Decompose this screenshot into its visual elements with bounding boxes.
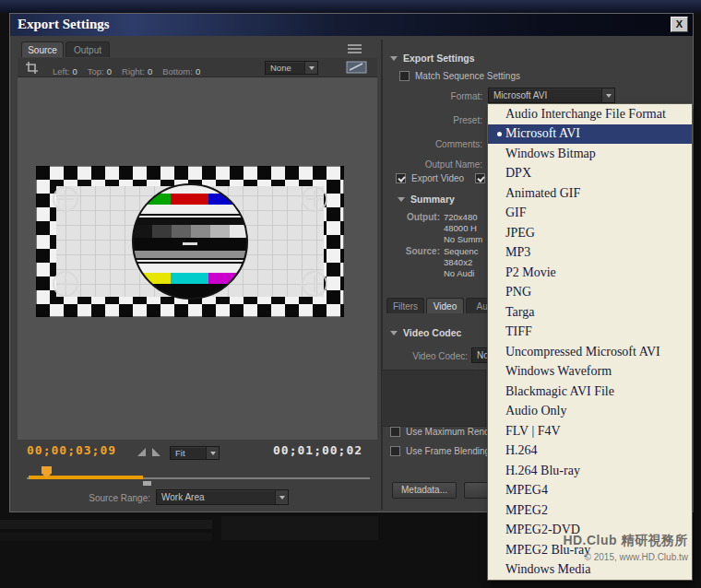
use-frame-blending-row[interactable]: Use Frame Blending (390, 446, 490, 456)
app-top-strip (0, 0, 701, 13)
format-option-label: Audio Interchange File Format (505, 107, 666, 122)
tab-video[interactable]: Video (426, 298, 464, 313)
tab-source[interactable]: Source (21, 41, 64, 57)
selected-bullet-icon (493, 132, 505, 136)
format-option-label: TIFF (505, 324, 532, 339)
chevron-down-icon (601, 88, 614, 102)
format-option[interactable]: MPEG4 (488, 481, 692, 501)
twirl-down-icon (398, 197, 405, 202)
crop-ratio-value: None (270, 63, 291, 73)
watermark-line1: HD.Club 精研視務所 (563, 533, 688, 549)
format-option[interactable]: FLV | F4V (488, 421, 692, 441)
use-max-render-row[interactable]: Use Maximum Render (390, 427, 497, 437)
format-option[interactable]: GIF (488, 204, 692, 224)
format-option[interactable]: Microsoft AVI (488, 124, 692, 145)
format-option-label: GIF (505, 206, 527, 220)
format-option[interactable]: Targa (488, 302, 692, 323)
format-select[interactable]: Microsoft AVI (488, 88, 615, 103)
format-option[interactable]: Uncompressed Microsoft AVI (488, 342, 692, 362)
twirl-down-icon (390, 56, 398, 61)
format-option-label: FLV | F4V (505, 424, 561, 439)
tab-output[interactable]: Output (65, 41, 110, 57)
crop-bottom-value[interactable]: 0 (196, 66, 200, 76)
crop-left-value[interactable]: 0 (73, 66, 77, 76)
format-option-label: Microsoft AVI (505, 126, 580, 141)
duration-timecode: 00;01;00;02 (273, 443, 362, 457)
out-point-icon[interactable] (152, 448, 160, 456)
use-max-render-checkbox[interactable] (390, 427, 400, 437)
export-settings-header[interactable]: Export Settings (390, 53, 475, 64)
format-option[interactable]: DPX (488, 164, 692, 184)
match-sequence-row[interactable]: Match Sequence Settings (399, 71, 520, 81)
chevron-down-icon (304, 62, 317, 74)
codec-settings-box (381, 370, 486, 427)
chevron-down-icon (206, 447, 219, 459)
monitor-icon[interactable] (346, 61, 368, 75)
match-sequence-checkbox[interactable] (399, 71, 410, 81)
metadata-button[interactable]: Metadata... (392, 482, 457, 499)
panel-divider (381, 40, 383, 510)
crop-icon[interactable] (25, 61, 39, 75)
format-option-label: MPEG4 (505, 483, 548, 498)
format-value: Microsoft AVI (493, 90, 547, 100)
export-video-checkbox[interactable] (396, 173, 406, 183)
format-option[interactable]: Animated GIF (488, 183, 692, 204)
export-video-row[interactable]: Export Video (396, 173, 464, 183)
close-button[interactable]: X (671, 17, 688, 32)
work-area-end-handle[interactable] (143, 481, 151, 486)
zoom-level-select[interactable]: Fit (170, 446, 220, 460)
source-range-value: Work Area (161, 492, 205, 502)
format-dropdown: Audio Interchange File FormatMicrosoft A… (487, 103, 693, 581)
crop-right-label: Right: (122, 66, 145, 76)
format-option-label: H.264 Blu-ray (505, 464, 580, 478)
format-option[interactable]: PNG (488, 283, 692, 303)
summary-header[interactable]: Summary (398, 194, 455, 205)
format-option-label: Animated GIF (505, 186, 580, 201)
crop-ratio-select[interactable]: None (265, 61, 318, 75)
format-option[interactable]: P2 Movie (488, 263, 692, 283)
summary-source-line: Sequenc (444, 246, 479, 256)
summary-output-line: 720x480 (444, 212, 477, 222)
format-option[interactable]: Audio Interchange File Format (488, 104, 692, 124)
format-option-label: Uncompressed Microsoft AVI (505, 345, 660, 359)
summary-source-line: No Audi (444, 268, 474, 278)
crop-toolbar: Left:0 Top:0 Right:0 Bottom:0 None (18, 58, 377, 77)
crop-left-label: Left: (53, 66, 70, 76)
summary-output-line: No Summ (444, 234, 482, 244)
format-option[interactable]: H.264 Blu-ray (488, 461, 692, 481)
export-settings-title: Export Settings (403, 53, 475, 64)
panel-menu-icon[interactable] (348, 44, 362, 54)
format-option[interactable]: Windows Bitmap (488, 144, 692, 164)
preview-viewport[interactable] (18, 77, 377, 440)
in-point-icon[interactable] (137, 448, 146, 456)
crop-fields: Left:0 Top:0 Right:0 Bottom:0 (53, 62, 200, 78)
format-option[interactable]: Audio Only (488, 402, 692, 422)
current-timecode[interactable]: 00;00;03;09 (27, 443, 116, 457)
format-option[interactable]: TIFF (488, 323, 692, 343)
format-option-label: Audio Only (505, 404, 567, 418)
format-option-label: MP3 (505, 245, 530, 260)
export-audio-checkbox[interactable] (475, 173, 485, 183)
format-option[interactable]: JPEG (488, 223, 692, 243)
format-option[interactable]: Blackmagic AVI File (488, 382, 692, 402)
video-codec-title: Video Codec (403, 327, 461, 338)
format-option[interactable]: MP3 (488, 243, 692, 264)
use-frame-blending-checkbox[interactable] (390, 446, 400, 456)
timeline-track-strip (221, 516, 378, 540)
source-range-select[interactable]: Work Area (156, 489, 289, 505)
chevron-down-icon (275, 490, 288, 504)
crop-top-value[interactable]: 0 (107, 66, 112, 76)
format-option[interactable]: MPEG2 (488, 500, 692, 521)
format-option[interactable]: Windows Media (488, 560, 692, 581)
format-option[interactable]: Windows Waveform (488, 362, 692, 382)
dialog-titlebar[interactable]: Export Settings X (10, 14, 693, 36)
timeline-track-strip (0, 533, 212, 541)
format-option-label: Windows Media (505, 562, 590, 577)
crop-right-value[interactable]: 0 (148, 66, 152, 76)
format-option-label: PNG (505, 285, 531, 300)
format-option-label: MPEG2 (505, 503, 548, 518)
format-option[interactable]: H.264 (488, 441, 692, 462)
tab-filters[interactable]: Filters (386, 298, 424, 313)
video-codec-header[interactable]: Video Codec (390, 327, 461, 338)
use-max-render-label: Use Maximum Render (406, 427, 497, 437)
